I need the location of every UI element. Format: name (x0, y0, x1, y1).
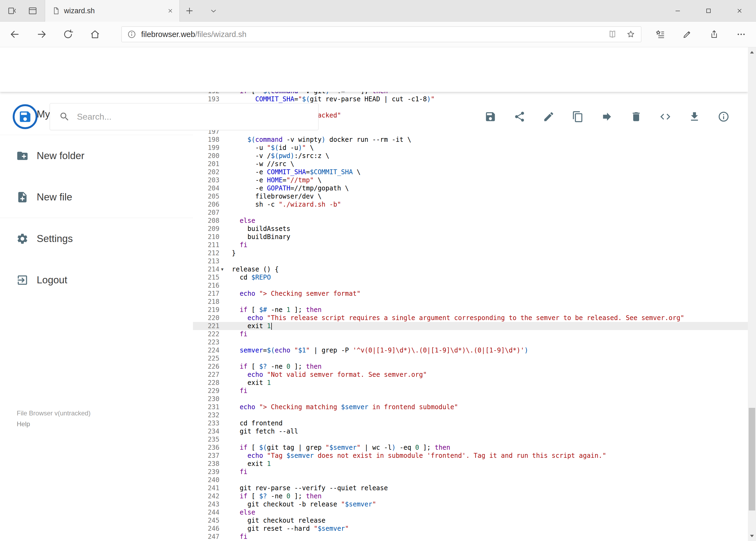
window-maximize-button[interactable] (697, 0, 720, 22)
set-tabs-aside-button[interactable] (4, 3, 20, 19)
code-line[interactable]: 203 -e HOME="//tmp" \ (193, 176, 748, 184)
search-box[interactable] (50, 103, 319, 130)
window-minimize-button[interactable] (666, 0, 689, 22)
info-circle-icon (718, 111, 730, 123)
code-line[interactable]: 208 else (193, 217, 748, 225)
code-line[interactable]: 210 buildBinary (193, 233, 748, 241)
fold-marker-icon[interactable]: ▾ (221, 265, 223, 273)
code-line[interactable]: 230 (193, 395, 748, 403)
code-line[interactable]: 235 (193, 435, 748, 443)
code-line[interactable]: 221 exit 1 (193, 322, 748, 330)
help-link[interactable]: Help (17, 420, 91, 428)
code-line[interactable]: 243 git checkout -b release "$semver" (193, 500, 748, 508)
code-line[interactable]: 220 echo "This release script requires a… (193, 314, 748, 322)
code-line[interactable]: 201 -w //src \ (193, 160, 748, 168)
code-line[interactable]: 246 git reset --hard "$semver" (193, 525, 748, 533)
code-line[interactable]: 204 -e GOPATH=//tmp/gopath \ (193, 184, 748, 192)
info-button[interactable] (714, 107, 733, 126)
add-favorite-star-button[interactable] (626, 29, 635, 39)
code-line[interactable]: 239 fi (193, 468, 748, 476)
code-line[interactable]: 232 (193, 411, 748, 419)
code-line[interactable]: 209 buildAssets (193, 225, 748, 233)
code-line[interactable]: 238 exit 1 (193, 460, 748, 468)
code-line[interactable]: 228 exit 1 (193, 379, 748, 387)
refresh-button[interactable] (59, 26, 77, 43)
code-line[interactable]: 224 semver=$(echo "$1" | grep -P '^v(0|[… (193, 346, 748, 354)
code-line[interactable]: 223 (193, 338, 748, 346)
code-line[interactable]: 192 if [ "$(command -v git)" != "" ]; th… (193, 92, 748, 95)
sidebar-item-logout[interactable]: Logout (0, 259, 193, 300)
scroll-up-arrow-icon[interactable] (750, 51, 754, 54)
code-editor[interactable]: 192 if [ "$(command -v git)" != "" ]; th… (193, 92, 748, 541)
code-line[interactable]: 193 COMMIT_SHA="$(git rev-parse HEAD | c… (193, 95, 748, 103)
code-line[interactable]: 229 fi (193, 387, 748, 395)
forward-button[interactable] (33, 26, 51, 43)
code-line[interactable]: 233 cd frontend (193, 419, 748, 427)
code-line[interactable]: 206 sh -c "./wizard.sh -b" (193, 201, 748, 209)
tab-preview-button[interactable] (25, 3, 41, 19)
web-note-button[interactable] (678, 26, 696, 43)
code-line[interactable]: 198 $(command -v winpty) docker run --rm… (193, 136, 748, 144)
delete-button[interactable] (627, 107, 645, 126)
tab-previews-chevron-button[interactable] (205, 3, 222, 19)
raw-view-button[interactable] (656, 107, 675, 126)
line-number: 203 (193, 176, 219, 184)
code-line[interactable]: 211 fi (193, 241, 748, 249)
code-line[interactable]: 213 (193, 257, 748, 265)
code-line[interactable]: 219 if [ $# -ne 1 ]; then (193, 306, 748, 314)
code-line[interactable]: 217 echo "> Checking semver format" (193, 289, 748, 297)
new-tab-button[interactable] (181, 3, 197, 19)
browser-tab[interactable]: wizard.sh (45, 0, 180, 22)
page-scrollbar[interactable] (748, 47, 756, 541)
code-line[interactable]: 202 -e COMMIT_SHA=$COMMIT_SHA \ (193, 168, 748, 176)
code-line[interactable]: 231 echo "> Checking matching $semver in… (193, 403, 748, 411)
reading-view-button[interactable] (608, 29, 617, 39)
sidebar-item-new-folder[interactable]: New folder (0, 135, 193, 176)
back-button[interactable] (6, 26, 23, 43)
scroll-down-arrow-icon[interactable] (750, 535, 754, 537)
code-line[interactable]: 207 (193, 209, 748, 217)
search-input[interactable] (77, 112, 318, 122)
code-line[interactable]: 225 (193, 354, 748, 362)
home-button[interactable] (86, 26, 104, 43)
code-line[interactable]: 212} (193, 249, 748, 257)
code-line[interactable]: 236 if [ $(git tag | grep "$semver" | wc… (193, 443, 748, 452)
code-line[interactable]: 214▾release () { (193, 265, 748, 273)
code-line[interactable]: 227 echo "Not valid semver format. See s… (193, 370, 748, 379)
filebrowser-logo[interactable] (13, 104, 38, 129)
code-line[interactable]: 216 (193, 281, 748, 289)
url-path: /files/wizard.sh (195, 30, 246, 39)
code-line[interactable]: 199 -u "$(id -u)" \ (193, 144, 748, 152)
copy-button[interactable] (569, 107, 587, 126)
more-options-button[interactable] (732, 26, 750, 43)
download-button[interactable] (685, 107, 704, 126)
code-line[interactable]: 218 (193, 297, 748, 306)
move-button[interactable] (598, 107, 617, 126)
sidebar-item-new-file[interactable]: New file (0, 176, 193, 218)
sidebar-item-settings[interactable]: Settings (0, 218, 193, 259)
code-line[interactable]: 205 filebrowser/dev \ (193, 192, 748, 201)
code-line[interactable]: 215 cd $REPO (193, 273, 748, 281)
save-button[interactable] (481, 107, 500, 126)
hub-favorites-button[interactable] (651, 26, 669, 43)
code-line[interactable]: 247 fi (193, 533, 748, 541)
code-line[interactable]: 200 -v /$(pwd):/src:z \ (193, 152, 748, 160)
site-info-icon[interactable] (127, 30, 136, 39)
line-number: 198 (193, 136, 219, 144)
tab-close-icon[interactable] (167, 8, 173, 14)
code-line[interactable]: 242 if [ $? -ne 0 ]; then (193, 492, 748, 500)
address-bar[interactable]: filebrowser.web/files/wizard.sh (122, 26, 641, 42)
scrollbar-thumb[interactable] (749, 408, 755, 510)
code-line[interactable]: 244 else (193, 508, 748, 516)
code-line[interactable]: 222 fi (193, 330, 748, 338)
code-line[interactable]: 234 git fetch --all (193, 427, 748, 435)
share-button[interactable] (705, 26, 723, 43)
code-line[interactable]: 226 if [ $? -ne 0 ]; then (193, 362, 748, 370)
share-file-button[interactable] (510, 107, 529, 126)
code-line[interactable]: 245 git checkout release (193, 516, 748, 525)
window-close-button[interactable] (728, 0, 751, 22)
rename-button[interactable] (539, 107, 558, 126)
code-line[interactable]: 240 (193, 476, 748, 484)
code-line[interactable]: 241 git rev-parse --verify --quiet relea… (193, 484, 748, 492)
code-line[interactable]: 237 echo "Tag $semver does not exist in … (193, 452, 748, 460)
